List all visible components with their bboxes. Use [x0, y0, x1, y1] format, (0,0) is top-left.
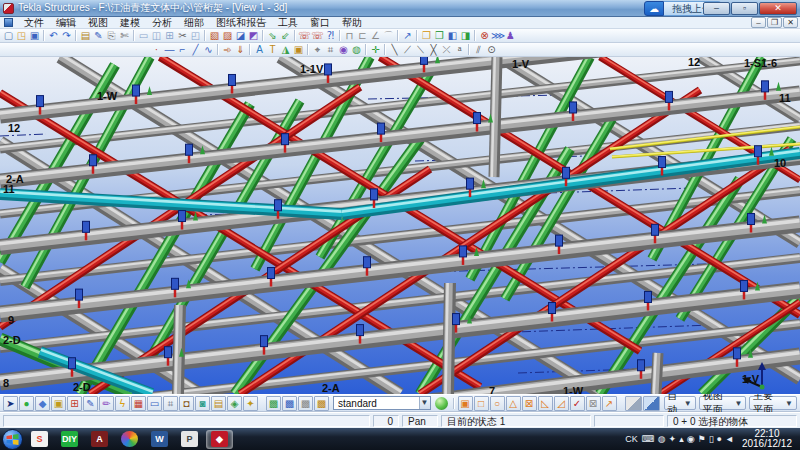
main-toolbar-icon-32[interactable]: ∠ — [369, 29, 382, 42]
menu-帮助[interactable]: 帮助 — [336, 17, 368, 29]
purlin-clip[interactable] — [165, 347, 172, 358]
purlin-clip[interactable] — [666, 91, 673, 102]
select-switch-icon-8[interactable]: ▦ — [131, 396, 146, 411]
main-toolbar-icon-13[interactable]: ◫ — [150, 29, 163, 42]
main-toolbar-icon-0[interactable]: ▢ — [2, 29, 15, 42]
purlin-clip[interactable] — [474, 113, 481, 124]
select-component-icon-0[interactable]: ▩ — [266, 396, 281, 411]
purlin-clip[interactable] — [570, 102, 577, 113]
purlin-clip[interactable] — [76, 289, 83, 300]
purlin-clip[interactable] — [37, 96, 44, 107]
tray-icon-5[interactable]: ⚑ — [698, 429, 706, 449]
modeling-toolbar-icon-10[interactable]: T — [266, 43, 279, 56]
tray-icon-3[interactable]: ▴ — [679, 429, 684, 449]
tray-icon-6[interactable]: ▯ — [709, 429, 714, 449]
main-toolbar-icon-40[interactable]: ◨ — [459, 29, 472, 42]
menu-建模[interactable]: 建模 — [114, 17, 146, 29]
main-toolbar-icon-10[interactable]: ✄ — [118, 29, 131, 42]
taskbar-app-sogou-pinyin[interactable]: S — [26, 430, 53, 449]
purlin-clip[interactable] — [69, 358, 76, 369]
ime-indicator[interactable]: CK — [625, 429, 638, 449]
taskbar-app-pdf-tool[interactable]: P — [176, 430, 203, 449]
purlin-clip[interactable] — [645, 291, 652, 302]
modeling-toolbar-icon-15[interactable]: ⌗ — [324, 43, 337, 56]
purlin-clip[interactable] — [421, 57, 428, 64]
tray-icon-7[interactable]: ● — [717, 429, 722, 449]
snap-icon-9[interactable]: ↗ — [602, 396, 617, 411]
purlin-clip[interactable] — [172, 278, 179, 289]
select-switch-icon-9[interactable]: ▭ — [147, 396, 162, 411]
taskbar-app-tekla-structures[interactable]: ◆ — [206, 430, 233, 449]
main-toolbar-icon-4[interactable]: ↶ — [47, 29, 60, 42]
workplane-button-2[interactable] — [643, 396, 660, 411]
main-toolbar-icon-35[interactable]: ↗ — [401, 29, 414, 42]
model-viewport[interactable]: 1-W1-1V1-V121-S1-61110122-A1192-D82-D2-A… — [0, 57, 800, 394]
workplane-button-1[interactable] — [625, 396, 642, 411]
modeling-toolbar-icon-0[interactable]: · — [150, 43, 163, 56]
purlin-clip[interactable] — [755, 146, 762, 157]
system-tray[interactable]: CK ⌨◍✦▴◉⚑▯●◄ 22:10 2016/12/12 — [625, 429, 798, 449]
modeling-toolbar-icon-21[interactable]: ╲ — [388, 43, 401, 56]
modeling-toolbar-icon-16[interactable]: ◉ — [337, 43, 350, 56]
modeling-toolbar-icon-9[interactable]: A — [253, 43, 266, 56]
select-switch-icon-7[interactable]: ϟ — [115, 396, 130, 411]
maximize-button[interactable]: ▫ — [731, 2, 758, 15]
purlin-clip[interactable] — [275, 200, 282, 211]
select-switch-icon-14[interactable]: ◈ — [227, 396, 242, 411]
snap-dropdown-2[interactable]: 主要平面▼ — [749, 396, 797, 410]
snap-icon-1[interactable]: □ — [474, 396, 489, 411]
main-toolbar-icon-42[interactable]: ⊗ — [478, 29, 491, 42]
taskbar-clock[interactable]: 22:10 2016/12/12 — [738, 429, 798, 449]
mdi-close-button[interactable]: ✕ — [783, 17, 798, 28]
main-toolbar-icon-43[interactable]: ⋙ — [491, 29, 504, 42]
purlin-clip[interactable] — [325, 64, 332, 75]
modeling-toolbar-icon-1[interactable]: — — [163, 43, 176, 56]
tray-icon-0[interactable]: ⌨ — [642, 429, 655, 449]
snap-icon-0[interactable]: ▣ — [458, 396, 473, 411]
menu-分析[interactable]: 分析 — [146, 17, 178, 29]
snap-icon-7[interactable]: ✓ — [570, 396, 585, 411]
modeling-toolbar-icon-25[interactable]: ⤫ — [440, 43, 453, 56]
select-switch-icon-4[interactable]: ⊞ — [67, 396, 82, 411]
purlin-clip[interactable] — [741, 280, 748, 291]
purlin-clip[interactable] — [371, 189, 378, 200]
main-toolbar-icon-16[interactable]: ◰ — [189, 29, 202, 42]
purlin-clip[interactable] — [563, 167, 570, 178]
main-toolbar-icon-7[interactable]: ▤ — [79, 29, 92, 42]
purlin-clip[interactable] — [83, 221, 90, 232]
menu-图纸和报告[interactable]: 图纸和报告 — [210, 17, 272, 29]
snap-dropdown-1[interactable]: 视图平面▼ — [699, 396, 747, 410]
main-toolbar-icon-9[interactable]: ⎘ — [105, 29, 118, 42]
main-toolbar-icon-18[interactable]: ▧ — [208, 29, 221, 42]
select-switch-icon-12[interactable]: ◙ — [195, 396, 210, 411]
tray-icon-1[interactable]: ◍ — [658, 429, 666, 449]
main-toolbar-icon-39[interactable]: ◧ — [446, 29, 459, 42]
tray-icon-2[interactable]: ✦ — [669, 429, 677, 449]
select-switch-icon-3[interactable]: ▣ — [51, 396, 66, 411]
purlin-clip[interactable] — [378, 123, 385, 134]
snap-icon-2[interactable]: ○ — [490, 396, 505, 411]
minimize-button[interactable]: – — [703, 2, 730, 15]
main-toolbar-icon-28[interactable]: ⁈ — [324, 29, 337, 42]
purlin-clip[interactable] — [652, 224, 659, 235]
snap-icon-6[interactable]: ◿ — [554, 396, 569, 411]
purlin-clip[interactable] — [90, 155, 97, 166]
taskbar-app-pinwheel-browser[interactable] — [116, 430, 143, 449]
menu-细部[interactable]: 细部 — [178, 17, 210, 29]
menu-窗口[interactable]: 窗口 — [304, 17, 336, 29]
menu-文件[interactable]: 文件 — [18, 17, 50, 29]
purlin-clip[interactable] — [133, 85, 140, 96]
purlin-clip[interactable] — [357, 325, 364, 336]
modeling-toolbar-icon-11[interactable]: ◮ — [279, 43, 292, 56]
main-toolbar-icon-33[interactable]: ⌒ — [382, 29, 395, 42]
menu-编辑[interactable]: 编辑 — [50, 17, 82, 29]
purlin-clip[interactable] — [638, 360, 645, 371]
purlin-clip[interactable] — [460, 246, 467, 257]
purlin-clip[interactable] — [364, 257, 371, 268]
modeling-toolbar-icon-4[interactable]: ∿ — [202, 43, 215, 56]
select-switch-icon-15[interactable]: ✦ — [243, 396, 258, 411]
render-sphere-icon[interactable] — [435, 397, 448, 410]
main-toolbar-icon-15[interactable]: ✂ — [176, 29, 189, 42]
modeling-toolbar-icon-14[interactable]: ⌖ — [311, 43, 324, 56]
main-toolbar-icon-26[interactable]: ☏ — [298, 29, 311, 42]
